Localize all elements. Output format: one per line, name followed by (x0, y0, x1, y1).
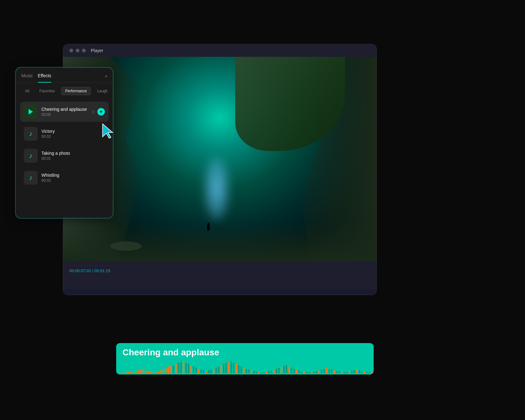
waveform-bar (220, 365, 222, 373)
waveform-bar (230, 361, 232, 373)
sound-name-taking-photo: Taking a photo (41, 151, 105, 156)
time-display: 00:00:07:02 / 00:01:23 (69, 268, 370, 273)
sound-info-cheering: Cheering and applause 00:05 (41, 107, 88, 117)
progress-bar[interactable]: · · · · · · · · · · · · · · · · · · · · … (69, 265, 370, 266)
waveform-bar (173, 365, 174, 373)
sound-duration-taking-photo: 00:01 (41, 156, 105, 161)
add-button-cheering[interactable]: + (97, 108, 105, 116)
sound-icon-victory: ♪ (24, 127, 38, 141)
waveform-bar (293, 369, 295, 373)
time-separator: / (92, 268, 94, 273)
play-icon-cheering (29, 109, 34, 115)
waveform-bar (225, 363, 227, 373)
waveform-bar (160, 370, 162, 373)
waveform-bar (213, 369, 214, 373)
waveform-bar (200, 369, 202, 373)
waveform-bar (168, 366, 169, 373)
tab-music[interactable]: Music (21, 73, 33, 83)
sound-item-cheering[interactable]: Cheering and applause 00:05 ☆ + (20, 102, 109, 122)
waveform-bar (371, 372, 373, 373)
sound-duration-cheering: 00:05 (41, 112, 88, 117)
sound-info-whistling: Whistling 00:02 (41, 173, 105, 183)
waveform-bar (143, 369, 144, 373)
waveform-bar (130, 372, 132, 373)
sound-duration-whistling: 00:02 (41, 178, 105, 183)
waveform-bar (323, 369, 325, 373)
waveform-bar (354, 370, 355, 373)
waveform-bar (246, 369, 247, 373)
waveform-bar (188, 364, 189, 373)
light-beam (204, 157, 229, 220)
waveform-bar (198, 369, 199, 373)
waveform-bar (286, 365, 287, 373)
waveform-bar (266, 371, 267, 373)
waveform-bar (155, 372, 157, 373)
waveform (122, 361, 367, 373)
player-title: Player (91, 48, 103, 53)
tab-group: Music Effects (21, 73, 51, 83)
waveform-bar (133, 372, 134, 373)
waveform-bar (150, 371, 152, 373)
audio-track-title: Cheering and applause (122, 347, 367, 358)
waveform-bar (228, 362, 230, 373)
star-button-cheering[interactable]: ☆ (91, 109, 95, 114)
waveform-bar (145, 370, 147, 373)
sound-name-cheering: Cheering and applause (41, 107, 88, 112)
waveform-bar (135, 371, 137, 373)
waveform-bar (328, 369, 330, 373)
waveform-bar (195, 368, 197, 373)
waveform-bar (306, 372, 307, 373)
waveform-bar (210, 369, 212, 373)
filter-laugh[interactable]: Laugh (93, 87, 111, 95)
waveform-bar (288, 366, 290, 373)
waveform-bar (163, 369, 164, 373)
waveform-bar (326, 368, 327, 373)
waveform-bar (165, 368, 167, 373)
waveform-bar (127, 371, 129, 373)
side-panel: Music Effects « All Favorites Performanc… (16, 67, 113, 218)
waveform-bar (125, 372, 127, 373)
svg-marker-0 (103, 124, 113, 138)
waveform-bar (193, 366, 194, 373)
waveform-bar (308, 372, 310, 373)
filter-favorites[interactable]: Favorites (35, 87, 58, 95)
panel-tabs: Music Effects « (16, 68, 112, 83)
waveform-bar (349, 371, 350, 373)
waveform-bar (344, 372, 345, 373)
waveform-bar (301, 371, 302, 373)
snow-ground (63, 223, 376, 261)
waveform-bar (243, 368, 245, 373)
waveform-bar (338, 371, 340, 373)
waveform-bar (336, 371, 338, 373)
player-controls: · · · · · · · · · · · · · · · · · · · · … (63, 261, 376, 289)
waveform-bar (276, 369, 277, 373)
waveform-bar (283, 366, 285, 373)
waveform-bar (356, 369, 358, 373)
waveform-bar (183, 361, 184, 373)
waveform-bar (215, 368, 217, 373)
waveform-bar (253, 371, 255, 373)
sound-info-taking-photo: Taking a photo 00:01 (41, 151, 105, 161)
filter-row: All Favorites Performance Laugh ▾ (16, 83, 112, 99)
waveform-bar (158, 371, 159, 373)
sound-list: Cheering and applause 00:05 ☆ + ♪ Victor… (16, 99, 112, 190)
player-titlebar: Player (63, 44, 376, 57)
music-note-taking-photo: ♪ (29, 152, 33, 160)
titlebar-dot-2 (76, 49, 79, 52)
tab-effects[interactable]: Effects (38, 73, 51, 83)
sound-item-victory[interactable]: ♪ Victory 00:02 (20, 124, 109, 144)
waveform-bar (122, 372, 124, 373)
filter-performance[interactable]: Performance (61, 87, 91, 95)
waveform-bar (278, 368, 280, 373)
waveform-bar (268, 371, 270, 373)
filter-all[interactable]: All (21, 87, 33, 95)
waveform-bar (241, 366, 242, 373)
sound-item-taking-photo[interactable]: ♪ Taking a photo 00:01 (20, 146, 109, 166)
sound-icon-taking-photo: ♪ (24, 149, 38, 163)
waveform-bar (364, 371, 365, 373)
waveform-bar (190, 366, 192, 373)
waveform-bar (298, 370, 300, 373)
waveform-bar (333, 370, 335, 373)
collapse-button[interactable]: « (105, 73, 107, 82)
sound-item-whistling[interactable]: ♪ Whistling 00:02 (20, 168, 109, 188)
